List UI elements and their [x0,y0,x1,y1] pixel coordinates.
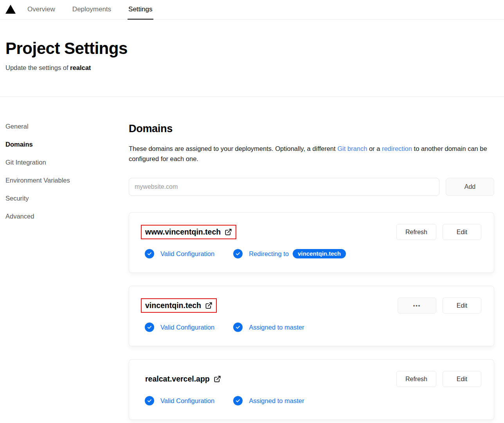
sidebar-item-security[interactable]: Security [5,195,129,202]
domain-card-vincentqin-tech: vincentqin.tech ••• Edit Valid Configura… [129,286,494,346]
card-top-row: realcat.vercel.app Refresh Edit [141,371,481,387]
tab-overview[interactable]: Overview [27,0,56,20]
domain-name: vincentqin.tech [145,301,201,310]
desc-text-1: These domains are assigned to your deplo… [129,145,337,152]
git-branch-link[interactable]: Git branch [337,145,367,152]
external-link-icon [225,228,232,236]
card-top-row: www.vincentqin.tech Refresh Edit [141,224,481,240]
add-domain-button[interactable]: Add [446,178,494,196]
domain-link[interactable]: realcat.vercel.app [141,372,225,386]
redirecting-badge: Redirecting to vincentqin.tech [233,249,346,258]
domain-name: www.vincentqin.tech [145,228,221,237]
valid-configuration-badge: Valid Configuration [145,323,214,332]
page-subtitle: Update the settings of realcat [5,64,499,72]
badge-label: Valid Configuration [160,250,214,258]
edit-button[interactable]: Edit [443,371,481,387]
vercel-logo-icon[interactable] [5,5,16,14]
tab-settings[interactable]: Settings [128,0,153,20]
badge-label: Redirecting to [249,250,289,258]
domain-input[interactable] [129,178,439,196]
top-navigation: Overview Deployments Settings [0,0,504,20]
settings-sidebar: General Domains Git Integration Environm… [5,123,129,420]
refresh-button[interactable]: Refresh [396,224,436,240]
check-icon [145,323,154,332]
card-top-row: vincentqin.tech ••• Edit [141,298,481,314]
card-actions: Refresh Edit [396,371,481,387]
more-options-button[interactable]: ••• [398,298,436,314]
badge-row: Valid Configuration Redirecting to vince… [141,249,481,258]
external-link-icon [205,302,212,309]
badge-row: Valid Configuration Assigned to master [141,396,481,405]
badge-row: Valid Configuration Assigned to master [141,323,481,332]
check-icon [233,323,243,332]
sidebar-item-advanced[interactable]: Advanced [5,213,129,220]
badge-label: Assigned to master [249,324,304,331]
valid-configuration-badge: Valid Configuration [145,249,214,258]
domain-link[interactable]: www.vincentqin.tech [141,225,236,239]
tab-deployments[interactable]: Deployments [72,0,112,20]
subtitle-text: Update the settings of [5,64,70,71]
sidebar-item-environment-variables[interactable]: Environment Variables [5,177,129,184]
check-icon [145,249,154,258]
sidebar-item-git-integration[interactable]: Git Integration [5,159,129,166]
badge-label: Valid Configuration [160,324,214,331]
check-icon [233,249,243,258]
page-header: Project Settings Update the settings of … [0,20,504,72]
add-domain-row: Add [129,178,494,196]
domains-description: These domains are assigned to your deplo… [129,143,494,164]
domains-section: Domains These domains are assigned to yo… [129,123,494,420]
valid-configuration-badge: Valid Configuration [145,396,214,405]
project-name: realcat [70,64,91,71]
badge-label: Assigned to master [249,397,304,405]
domain-name: realcat.vercel.app [145,375,210,384]
card-actions: Refresh Edit [396,224,481,240]
nav-tabs: Overview Deployments Settings [27,0,169,19]
redirection-link[interactable]: redirection [382,145,412,152]
sidebar-item-general[interactable]: General [5,123,129,130]
domains-heading: Domains [129,123,494,135]
check-icon [145,396,154,405]
redirect-target-pill: vincentqin.tech [293,249,346,258]
domain-card-www-vincentqin-tech: www.vincentqin.tech Refresh Edit Valid C… [129,212,494,273]
badge-label: Valid Configuration [160,397,214,405]
assigned-badge: Assigned to master [233,323,304,332]
check-icon [233,396,243,405]
domain-card-realcat-vercel-app: realcat.vercel.app Refresh Edit Valid Co… [129,359,494,420]
sidebar-item-domains[interactable]: Domains [5,141,129,148]
edit-button[interactable]: Edit [443,224,481,240]
refresh-button[interactable]: Refresh [396,371,436,387]
content-area: General Domains Git Integration Environm… [0,97,504,423]
edit-button[interactable]: Edit [443,298,481,314]
external-link-icon [214,375,221,383]
page-title: Project Settings [5,39,499,58]
card-actions: ••• Edit [398,298,481,314]
domain-link[interactable]: vincentqin.tech [141,298,217,313]
assigned-badge: Assigned to master [233,396,304,405]
desc-text-2: or a [367,145,382,152]
